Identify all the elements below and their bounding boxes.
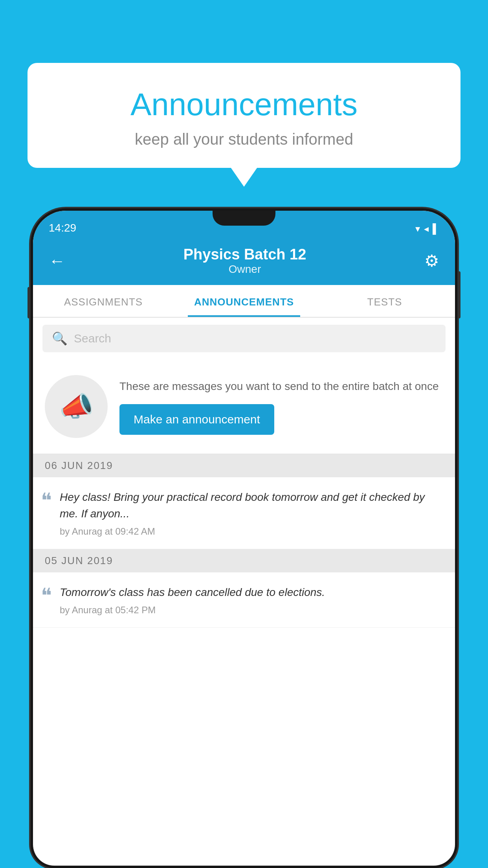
search-bar[interactable]: 🔍 Search — [42, 325, 446, 352]
settings-icon[interactable]: ⚙ — [424, 251, 439, 270]
quote-icon-2: ❝ — [41, 586, 52, 606]
header-subtitle: Owner — [183, 263, 306, 276]
bubble-title: Announcements — [43, 86, 445, 123]
announcement-meta-2: by Anurag at 05:42 PM — [60, 605, 443, 616]
tab-bar: ASSIGNMENTS ANNOUNCEMENTS TESTS — [33, 285, 455, 318]
wifi-icon: ▾ — [415, 223, 420, 234]
phone-screen: 14:29 ▾ ◂ ▌ ← Physics Batch 12 Owner ⚙ A… — [33, 211, 455, 866]
status-time: 14:29 — [49, 222, 76, 234]
cta-content: These are messages you want to send to t… — [119, 378, 443, 435]
megaphone-circle: 📣 — [45, 375, 108, 438]
date-separator-1: 06 JUN 2019 — [33, 454, 455, 477]
make-announcement-button[interactable]: Make an announcement — [119, 404, 274, 435]
announcement-cta-card: 📣 These are messages you want to send to… — [33, 359, 455, 454]
app-header: ← Physics Batch 12 Owner ⚙ — [33, 238, 455, 285]
battery-icon: ▌ — [433, 223, 439, 234]
header-center: Physics Batch 12 Owner — [183, 246, 306, 276]
quote-icon-1: ❝ — [41, 491, 52, 511]
tab-announcements[interactable]: ANNOUNCEMENTS — [174, 285, 314, 317]
announcement-text-1: Hey class! Bring your practical record b… — [60, 489, 443, 522]
power-button — [457, 271, 460, 318]
search-container: 🔍 Search — [33, 318, 455, 359]
volume-button — [28, 287, 31, 318]
announcement-content-2: Tomorrow's class has been cancelled due … — [60, 584, 443, 616]
back-button[interactable]: ← — [49, 252, 65, 270]
content-area: 🔍 Search 📣 These are messages you want t… — [33, 318, 455, 628]
megaphone-icon: 📣 — [59, 390, 94, 423]
announcement-text-2: Tomorrow's class has been cancelled due … — [60, 584, 443, 601]
phone-notch — [213, 211, 275, 226]
phone-mockup: 14:29 ▾ ◂ ▌ ← Physics Batch 12 Owner ⚙ A… — [31, 208, 457, 868]
announcement-content-1: Hey class! Bring your practical record b… — [60, 489, 443, 537]
announcement-item-1[interactable]: ❝ Hey class! Bring your practical record… — [33, 477, 455, 549]
search-placeholder: Search — [74, 332, 111, 345]
tab-tests[interactable]: TESTS — [314, 285, 455, 317]
announcement-item-2[interactable]: ❝ Tomorrow's class has been cancelled du… — [33, 572, 455, 628]
bubble-subtitle: keep all your students informed — [43, 131, 445, 148]
tab-assignments[interactable]: ASSIGNMENTS — [33, 285, 174, 317]
header-title: Physics Batch 12 — [183, 246, 306, 263]
date-separator-2: 05 JUN 2019 — [33, 549, 455, 572]
status-icons: ▾ ◂ ▌ — [415, 223, 439, 234]
cta-description: These are messages you want to send to t… — [119, 378, 443, 395]
search-icon: 🔍 — [52, 331, 68, 346]
speech-bubble: Announcements keep all your students inf… — [28, 63, 460, 168]
signal-icon: ◂ — [424, 223, 429, 234]
announcement-meta-1: by Anurag at 09:42 AM — [60, 526, 443, 537]
